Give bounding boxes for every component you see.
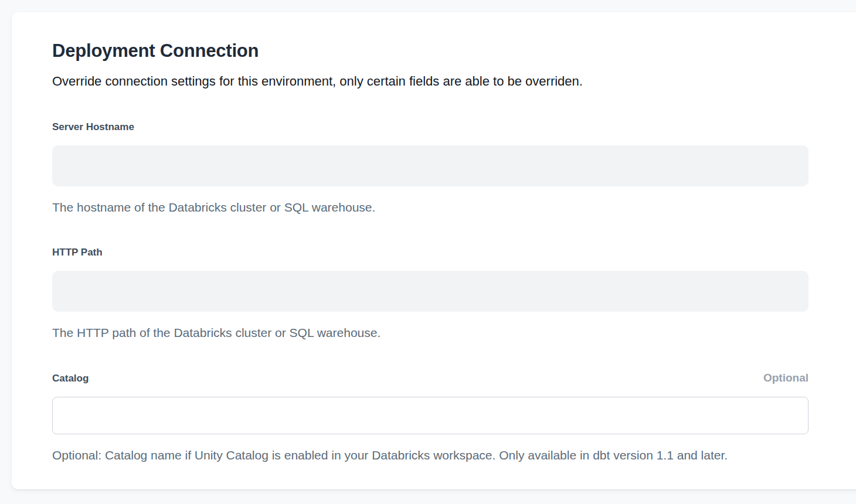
catalog-helper-text: Optional: Catalog name if Unity Catalog … <box>52 447 809 464</box>
http-path-input[interactable] <box>52 271 809 312</box>
page-title: Deployment Connection <box>52 40 809 62</box>
server-hostname-input[interactable] <box>52 145 809 186</box>
server-hostname-label: Server Hostname <box>52 121 134 134</box>
server-hostname-helper-text: The hostname of the Databricks cluster o… <box>52 199 809 216</box>
server-hostname-label-row: Server Hostname <box>52 121 809 134</box>
field-group-http-path: HTTP Path The HTTP path of the Databrick… <box>52 246 809 341</box>
card-content: Deployment Connection Override connectio… <box>12 12 809 464</box>
page-subtitle: Override connection settings for this en… <box>52 73 809 90</box>
catalog-input[interactable] <box>52 397 809 434</box>
field-group-catalog: Catalog Optional Optional: Catalog name … <box>52 372 809 464</box>
http-path-helper-text: The HTTP path of the Databricks cluster … <box>52 324 809 341</box>
http-path-label-row: HTTP Path <box>52 246 809 259</box>
field-group-server-hostname: Server Hostname The hostname of the Data… <box>52 121 809 216</box>
catalog-label-row: Catalog Optional <box>52 372 809 385</box>
catalog-label: Catalog <box>52 372 89 385</box>
deployment-connection-card: Deployment Connection Override connectio… <box>12 12 856 489</box>
catalog-optional-badge: Optional <box>763 372 809 384</box>
http-path-label: HTTP Path <box>52 246 103 259</box>
